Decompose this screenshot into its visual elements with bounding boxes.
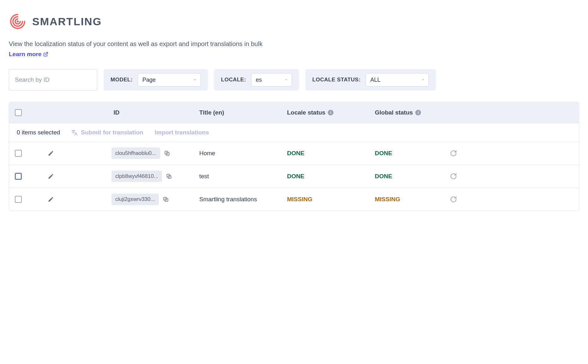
learn-more-label: Learn more [9,51,41,58]
copy-button[interactable] [163,196,169,203]
refresh-button[interactable] [450,150,457,157]
filters-bar: MODEL: Page LOCALE: es LOCALE STATUS: AL… [9,69,579,91]
select-all-checkbox[interactable] [15,109,22,116]
import-translations-button[interactable]: Import translations [155,129,209,136]
th-title: Title (en) [199,109,285,116]
chevron-down-icon [421,78,425,82]
edit-button[interactable] [48,173,54,179]
logo-text: SMARTLING [32,15,102,28]
locale-status-select[interactable]: ALL [366,73,429,86]
refresh-button[interactable] [450,196,457,203]
table-toolbar: 0 items selected Submit for translation … [9,123,579,142]
logo: SMARTLING [9,13,579,30]
table-header: ID Title (en) Locale status i Global sta… [9,102,579,123]
table-row: clpb8wyvf46810... test DONE DONE [9,165,579,188]
smartling-logo-icon [9,13,27,30]
learn-more-link[interactable]: Learn more [9,51,48,58]
chevron-down-icon [193,78,197,82]
global-status-badge: MISSING [375,196,400,203]
svg-line-1 [45,52,48,55]
translate-icon [71,129,78,136]
model-filter: MODEL: Page [104,69,208,91]
row-id: clpb8wyvf46810... [111,171,162,182]
copy-button[interactable] [166,173,172,179]
locale-select-value: es [256,77,262,83]
locale-filter-label: LOCALE: [221,77,246,83]
edit-button[interactable] [48,196,54,203]
global-status-badge: DONE [375,150,392,157]
info-icon[interactable]: i [328,110,333,115]
table-row: cluji2gxwrv330... Smartling translations… [9,188,579,211]
model-select[interactable]: Page [138,73,201,86]
locale-status-filter: LOCALE STATUS: ALL [305,69,436,91]
th-locale-status: Locale status i [287,109,372,116]
locale-status-select-value: ALL [370,77,381,83]
row-checkbox[interactable] [15,196,22,203]
info-icon[interactable]: i [415,110,421,115]
locale-status-badge: DONE [287,173,304,180]
edit-button[interactable] [48,150,54,156]
th-id: ID [36,109,197,116]
row-checkbox[interactable] [15,173,22,180]
page-description: View the localization status of your con… [9,40,579,48]
svg-point-0 [17,21,19,22]
model-filter-label: MODEL: [111,77,133,83]
search-input[interactable] [9,69,97,91]
table-row: clou5hfhaoblu0... Home DONE DONE [9,142,579,165]
refresh-button[interactable] [450,173,457,180]
row-title: Home [199,150,215,157]
row-checkbox[interactable] [15,150,22,157]
selected-count: 0 items selected [17,129,60,136]
th-global-status: Global status i [375,109,457,116]
content-table: ID Title (en) Locale status i Global sta… [9,102,579,211]
locale-status-badge: MISSING [287,196,312,203]
row-title: test [199,173,209,180]
row-id: clou5hfhaoblu0... [111,148,160,159]
row-title: Smartling translations [199,196,257,203]
locale-select[interactable]: es [251,73,292,86]
locale-filter: LOCALE: es [214,69,299,91]
global-status-badge: DONE [375,173,392,180]
row-id: cluji2gxwrv330... [111,194,159,205]
locale-status-filter-label: LOCALE STATUS: [312,77,361,83]
model-select-value: Page [142,77,156,83]
locale-status-badge: DONE [287,150,304,157]
copy-button[interactable] [164,150,170,156]
submit-translation-button[interactable]: Submit for translation [71,129,143,136]
chevron-down-icon [284,78,288,82]
external-link-icon [43,52,48,57]
